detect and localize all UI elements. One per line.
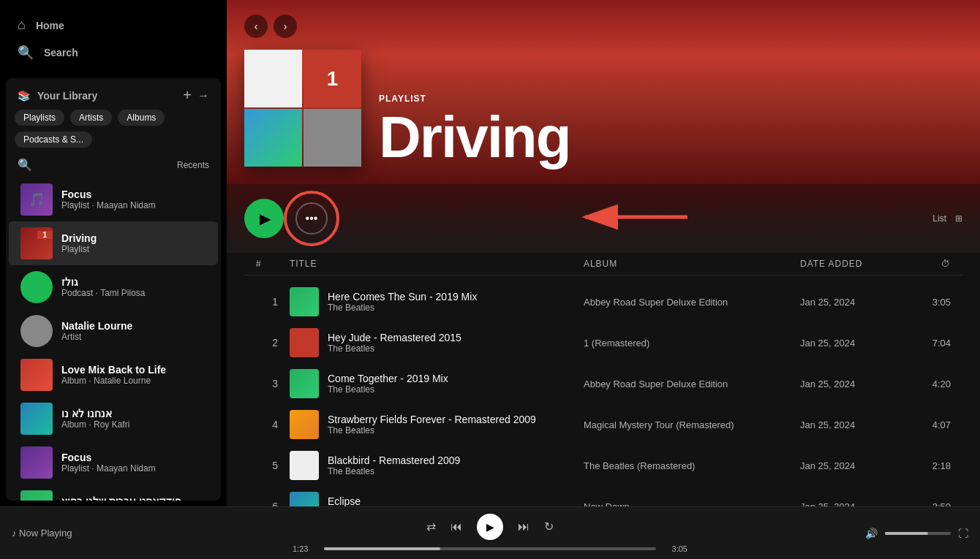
next-button[interactable]: ⏭ <box>518 520 529 533</box>
lib-info-love: Love Mix Back to Life Album · Natalie Lo… <box>61 364 206 386</box>
expand-library-button[interactable]: → <box>197 89 209 102</box>
lib-thumb-again <box>20 403 53 435</box>
track-info-1: Here Comes The Sun - 2019 Mix The Beatle… <box>290 287 572 316</box>
th-title: Title <box>290 259 572 269</box>
playlist-more-button[interactable]: ••• <box>295 202 328 235</box>
library-item-driving[interactable]: 1 Driving Playlist <box>9 221 218 265</box>
fullscreen-icon[interactable]: ⛶ <box>958 528 968 539</box>
volume-track[interactable] <box>885 532 951 535</box>
track-date-5: Jan 25, 2024 <box>800 460 895 471</box>
lib-sub-natalie: Artist <box>61 332 206 342</box>
library-item-focus2[interactable]: Focus Playlist · Maayan Nidam <box>9 441 218 484</box>
volume-icon[interactable]: 🔊 <box>865 528 878 539</box>
lib-info-again: אנחנו לא נו Album · Roy Kafri <box>61 408 206 430</box>
track-artist-1: The Beatles <box>328 303 477 313</box>
track-text-6: Eclipse Dominic Miller, Neil Stacey <box>328 495 431 506</box>
track-name-3: Come Together - 2019 Mix <box>328 373 448 384</box>
list-view-label[interactable]: List <box>932 213 946 224</box>
track-name-6: Eclipse <box>328 495 431 506</box>
library-item-podcast1[interactable]: גולז Podcast · Tami Pilosa <box>9 265 218 309</box>
cover-quad-1 <box>244 50 302 107</box>
track-thumb-1 <box>290 287 319 316</box>
lib-thumb-driving: 1 <box>20 227 53 259</box>
track-date-1: Jan 25, 2024 <box>800 297 895 308</box>
track-album-1: Abbey Road Super Deluxe Edition <box>584 297 788 308</box>
track-row-5[interactable]: 5 Blackbird - Remastered 2009 The Beatle… <box>244 445 962 486</box>
recents-label[interactable]: Recents <box>177 160 209 170</box>
th-duration: ⏱ <box>907 259 951 269</box>
track-row-2[interactable]: 2 Hey Jude - Remastered 2015 The Beatles… <box>244 322 962 363</box>
track-list-header: # Title Album Date added ⏱ <box>244 253 962 275</box>
progress-fill <box>324 547 440 550</box>
bottom-player: ♪ Now Playing ⇄ ⏮ ▶ ⏭ ↻ 1:23 3:05 🔊 ⛶ <box>0 506 980 559</box>
track-album-4: Magical Mystery Tour (Remastered) <box>584 419 788 430</box>
track-duration-4: 4:07 <box>907 419 951 430</box>
sidebar-item-home[interactable]: ⌂ Home <box>9 12 218 39</box>
library-item-natalie[interactable]: Natalie Lourne Artist <box>9 309 218 353</box>
lib-thumb-focus2 <box>20 446 53 479</box>
track-text-4: Strawberry Fields Forever - Remastered 2… <box>328 414 536 436</box>
library-item-love[interactable]: Love Mix Back to Life Album · Natalie Lo… <box>9 353 218 397</box>
playlist-play-button[interactable]: ▶ <box>244 199 284 238</box>
lib-info-natalie: Natalie Lourne Artist <box>61 320 206 342</box>
add-library-button[interactable]: + <box>183 87 192 104</box>
lib-sub-driving: Playlist <box>61 244 206 254</box>
track-name-4: Strawberry Fields Forever - Remastered 2… <box>328 414 536 425</box>
lib-sub-focus: Playlist · Maayan Nidam <box>61 200 206 210</box>
grid-icon[interactable]: ⊞ <box>955 213 962 224</box>
track-row-6[interactable]: 6 Eclipse Dominic Miller, Neil Stacey Ne… <box>244 486 962 506</box>
track-info-3: Come Together - 2019 Mix The Beatles <box>290 369 572 398</box>
previous-button[interactable]: ⏮ <box>451 520 462 533</box>
library-header: 📚 Your Library + → <box>6 78 221 110</box>
annotation-arrow <box>549 195 695 239</box>
play-pause-button[interactable]: ▶ <box>477 514 503 540</box>
track-text-5: Blackbird - Remastered 2009 The Beatles <box>328 455 460 476</box>
lib-thumb-natalie <box>20 315 53 347</box>
lib-thumb-love <box>20 359 53 391</box>
back-button[interactable]: ‹ <box>244 15 268 38</box>
track-artist-2: The Beatles <box>328 343 461 354</box>
lib-name-podcast1: גולז <box>61 276 206 288</box>
library-item-again[interactable]: אנחנו לא נו Album · Roy Kafri <box>9 397 218 441</box>
now-playing: ♪ Now Playing <box>12 528 72 539</box>
track-row-3[interactable]: 3 Come Together - 2019 Mix The Beatles A… <box>244 363 962 404</box>
play-icon: ▶ <box>260 210 271 227</box>
search-label: Search <box>44 47 78 58</box>
cover-quad-4 <box>304 109 361 167</box>
track-album-3: Abbey Road Super Deluxe Edition <box>584 379 788 389</box>
track-duration-2: 7:04 <box>907 338 951 349</box>
library-item-podcast2[interactable]: פודקאסט עברית שלנו בחוץ Podcast · עברית … <box>9 484 218 501</box>
filter-tab-artists[interactable]: Artists <box>70 110 112 126</box>
library-search-icon[interactable]: 🔍 <box>18 158 32 172</box>
filter-tab-playlists[interactable]: Playlists <box>15 110 64 126</box>
progress-track[interactable] <box>324 547 656 550</box>
lib-name-love: Love Mix Back to Life <box>61 364 206 376</box>
lib-sub-podcast1: Podcast · Tami Pilosa <box>61 288 206 298</box>
filter-tab-albums[interactable]: Albums <box>118 110 165 126</box>
track-row-4[interactable]: 4 Strawberry Fields Forever - Remastered… <box>244 404 962 445</box>
nav-buttons: ‹ › <box>244 15 962 38</box>
lib-info-focus2: Focus Playlist · Maayan Nidam <box>61 452 206 474</box>
track-album-6: New Dawn <box>584 501 788 507</box>
track-thumb-3 <box>290 369 319 398</box>
track-info-5: Blackbird - Remastered 2009 The Beatles <box>290 451 572 480</box>
track-thumb-5 <box>290 451 319 480</box>
playlist-hero: ‹ › 1 Playlist Driving <box>227 0 980 184</box>
library-section: 📚 Your Library + → Playlists Artists Alb… <box>6 78 221 501</box>
filter-tab-podcasts[interactable]: Podcasts & S... <box>15 132 92 148</box>
player-left: ♪ Now Playing <box>12 528 246 539</box>
library-item-focus[interactable]: 🎵 Focus Playlist · Maayan Nidam <box>9 178 218 221</box>
track-date-4: Jan 25, 2024 <box>800 419 895 430</box>
search-sort-row: 🔍 Recents <box>6 155 221 178</box>
forward-button[interactable]: › <box>274 15 297 38</box>
track-num-2: 2 <box>256 337 278 349</box>
track-info-4: Strawberry Fields Forever - Remastered 2… <box>290 410 572 439</box>
repeat-button[interactable]: ↻ <box>544 520 554 533</box>
sidebar: ⌂ Home 🔍 Search 📚 Your Library + → P <box>0 0 227 506</box>
track-num-5: 5 <box>256 460 278 471</box>
sidebar-item-search[interactable]: 🔍 Search <box>9 39 218 66</box>
track-row-1[interactable]: 1 Here Comes The Sun - 2019 Mix The Beat… <box>244 281 962 322</box>
library-title-text: Your Library <box>37 90 97 102</box>
track-info-2: Hey Jude - Remastered 2015 The Beatles <box>290 328 572 357</box>
shuffle-button[interactable]: ⇄ <box>426 520 436 533</box>
